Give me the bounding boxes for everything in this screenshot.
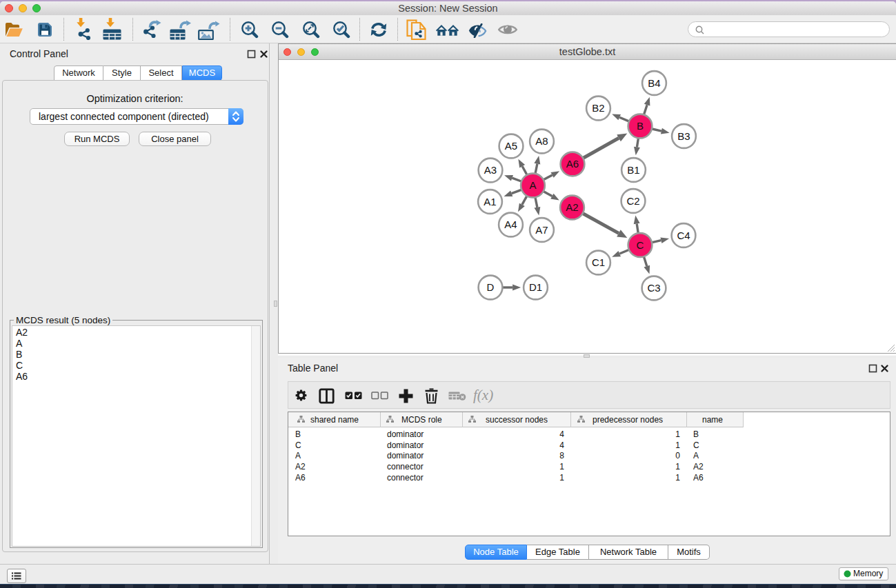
- svg-text:A: A: [529, 179, 536, 191]
- svg-text:A2: A2: [566, 201, 578, 213]
- svg-text:B: B: [637, 120, 644, 132]
- svg-text:A1: A1: [484, 196, 496, 207]
- svg-text:A3: A3: [484, 164, 497, 176]
- svg-text:D: D: [487, 281, 495, 293]
- svg-text:C1: C1: [592, 256, 605, 268]
- svg-text:B3: B3: [677, 130, 690, 142]
- svg-text:C2: C2: [626, 195, 639, 207]
- svg-text:B2: B2: [592, 102, 604, 114]
- svg-text:A6: A6: [566, 158, 579, 170]
- svg-text:A5: A5: [505, 140, 517, 152]
- svg-text:A7: A7: [535, 224, 548, 236]
- svg-text:B4: B4: [648, 77, 660, 89]
- svg-text:C: C: [637, 239, 644, 251]
- svg-text:C4: C4: [677, 230, 690, 241]
- svg-text:A8: A8: [535, 135, 548, 147]
- svg-text:B1: B1: [627, 164, 639, 176]
- svg-text:D1: D1: [529, 281, 542, 293]
- svg-text:A4: A4: [504, 219, 517, 230]
- svg-text:C3: C3: [647, 282, 660, 294]
